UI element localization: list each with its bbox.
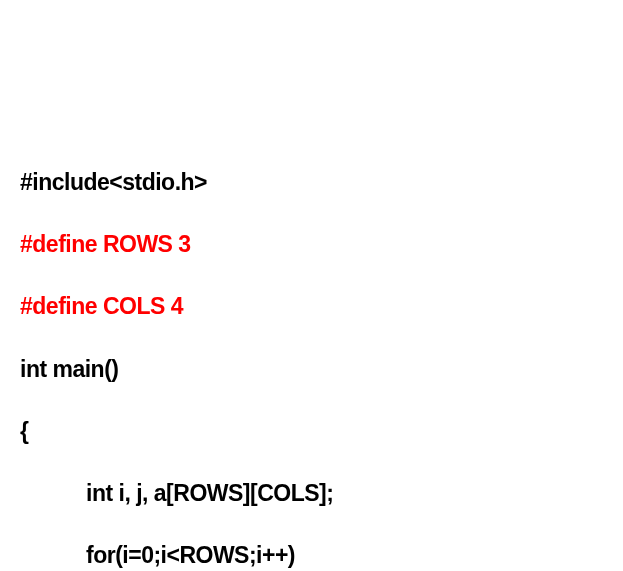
- code-line-main-decl: int main(): [20, 354, 603, 385]
- code-block: #include<stdio.h> #define ROWS 3 #define…: [20, 136, 603, 571]
- code-line-include: #include<stdio.h>: [20, 167, 603, 198]
- code-line-define-rows: #define ROWS 3: [20, 229, 603, 260]
- code-line-open-brace: {: [20, 416, 603, 447]
- code-line-for-outer: for(i=0;i<ROWS;i++): [20, 540, 603, 571]
- code-line-define-cols: #define COLS 4: [20, 291, 603, 322]
- code-line-var-decl: int i, j, a[ROWS][COLS];: [20, 478, 603, 509]
